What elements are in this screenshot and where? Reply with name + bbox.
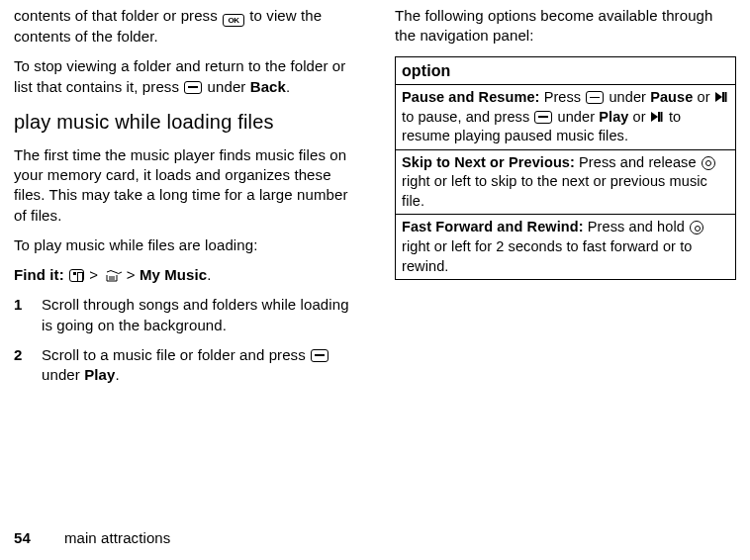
text: under xyxy=(42,366,84,383)
text: . xyxy=(286,78,290,95)
page-number: 54 xyxy=(14,529,31,546)
right-column: The following options become available t… xyxy=(395,6,736,501)
stop-viewing-paragraph: To stop viewing a folder and return to t… xyxy=(14,56,355,97)
back-label: Back xyxy=(250,78,286,95)
left-column: contents of that folder or press to view… xyxy=(14,6,355,501)
text: Press xyxy=(540,89,586,105)
option-title: Pause and Resume: xyxy=(402,89,540,105)
page-footer: 54main attractions xyxy=(14,528,170,548)
option-title: Fast Forward and Rewind: xyxy=(402,219,584,234)
separator: > xyxy=(85,266,102,283)
step-body: Scroll through songs and folders while l… xyxy=(42,295,355,335)
text: under xyxy=(553,109,599,125)
play-pause-icon xyxy=(715,91,728,103)
multimedia-icon xyxy=(103,269,121,283)
text: under xyxy=(203,78,249,95)
softkey-icon xyxy=(586,91,604,104)
menu-key-icon xyxy=(69,269,84,282)
step-1: 1 Scroll through songs and folders while… xyxy=(14,295,355,335)
table-row: Skip to Next or Previous: Press and rele… xyxy=(396,149,736,215)
text: under xyxy=(605,89,650,105)
text: right or left to skip to the next or pre… xyxy=(402,173,707,209)
play-label: Play xyxy=(599,109,628,125)
step-number: 2 xyxy=(14,345,42,386)
text: right or left for 2 seconds to fast forw… xyxy=(402,238,692,274)
folder-view-paragraph: contents of that folder or press to view… xyxy=(14,6,355,47)
softkey-icon xyxy=(311,349,328,362)
find-it-label: Find it: xyxy=(14,266,64,283)
table-header: option xyxy=(396,56,736,85)
options-intro: The following options become available t… xyxy=(395,6,736,47)
play-pause-icon xyxy=(651,111,664,123)
step-number: 1 xyxy=(14,295,42,335)
table-row: Pause and Resume: Press under Pause or t… xyxy=(396,85,736,150)
numbered-steps: 1 Scroll through songs and folders while… xyxy=(14,295,355,385)
text: Scroll to a music file or folder and pre… xyxy=(42,346,310,363)
footer-section: main attractions xyxy=(64,529,170,546)
step-2: 2 Scroll to a music file or folder and p… xyxy=(14,345,355,386)
text: or xyxy=(693,89,713,105)
text: To stop viewing a folder and return to t… xyxy=(14,57,345,94)
table-row: Fast Forward and Rewind: Press and hold … xyxy=(396,215,736,280)
options-table: option Pause and Resume: Press under Pau… xyxy=(395,56,736,281)
loading-description: The first time the music player finds mu… xyxy=(14,145,355,226)
text: contents of that folder or press xyxy=(14,7,222,24)
text: Press and hold xyxy=(584,219,689,234)
ok-key-icon xyxy=(223,14,244,27)
step-body: Scroll to a music file or folder and pre… xyxy=(42,345,355,386)
text: to pause, and press xyxy=(402,109,533,125)
text: . xyxy=(115,366,119,383)
option-title: Skip to Next or Previous: xyxy=(402,154,575,170)
play-label: Play xyxy=(84,366,115,383)
nav-key-icon xyxy=(690,221,703,234)
pause-label: Pause xyxy=(650,89,693,105)
my-music-label: My Music xyxy=(140,266,207,283)
nav-key-icon xyxy=(702,156,715,170)
text: Press and release xyxy=(575,154,701,170)
softkey-icon xyxy=(534,111,552,124)
text: or xyxy=(628,109,649,125)
find-it-line: Find it: > > My Music. xyxy=(14,265,355,285)
section-heading: play music while loading files xyxy=(14,109,355,136)
play-while-loading-intro: To play music while files are loading: xyxy=(14,235,355,255)
softkey-icon xyxy=(184,81,202,94)
separator: > xyxy=(122,266,139,283)
